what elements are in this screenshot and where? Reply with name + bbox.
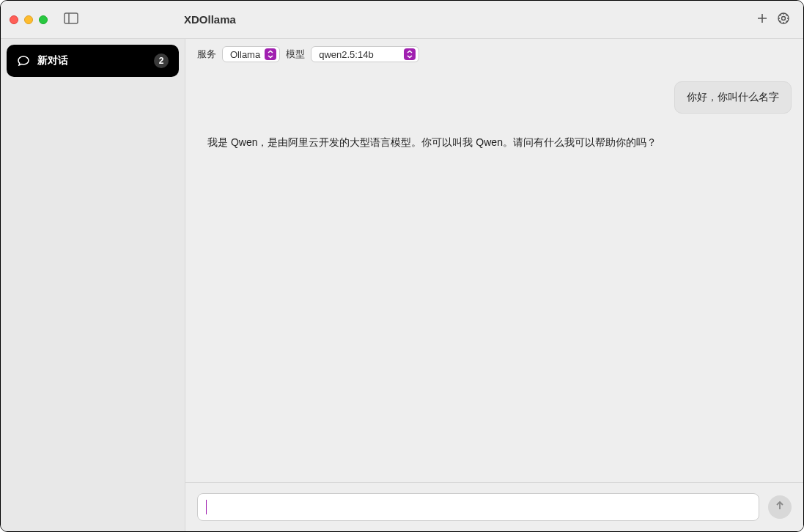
titlebar: XDOllama [1,1,803,39]
message-row-assistant: 我是 Qwen，是由阿里云开发的大型语言模型。你可以叫我 Qwen。请问有什么我… [197,134,792,150]
sidebar-chat-badge: 2 [154,53,169,68]
message-row-user: 你好，你叫什么名字 [197,81,792,114]
new-chat-button[interactable] [752,8,772,32]
minimize-window-button[interactable] [24,15,33,24]
service-label: 服务 [197,48,216,61]
message-input[interactable] [197,493,759,521]
settings-button[interactable] [772,7,794,32]
assistant-message-text: 我是 Qwen，是由阿里云开发的大型语言模型。你可以叫我 Qwen。请问有什么我… [207,134,657,150]
model-select[interactable]: qwen2.5:14b [311,46,419,62]
svg-rect-0 [64,13,78,23]
input-bar [185,482,803,531]
sidebar-chat-item[interactable]: 新对话 2 [7,45,179,77]
chat-bubble-icon [17,54,30,67]
svg-line-10 [780,15,781,15]
svg-line-12 [780,21,781,21]
main-panel: 服务 Ollama 模型 qwen2.5:14b [185,39,803,531]
input-wrap [197,493,759,521]
service-select-value: Ollama [230,49,260,60]
svg-point-4 [778,13,789,23]
svg-line-13 [786,15,787,15]
svg-point-5 [782,16,786,20]
sidebar-chat-label: 新对话 [37,54,154,67]
arrow-up-icon [774,500,786,514]
plus-icon [756,12,768,27]
model-select-value: qwen2.5:14b [319,49,399,60]
traffic-lights [10,15,48,24]
svg-line-11 [786,21,787,21]
user-message-bubble: 你好，你叫什么名字 [674,81,792,114]
maximize-window-button[interactable] [39,15,48,24]
send-button[interactable] [768,495,792,519]
app-window: XDOllama [0,0,804,532]
service-select[interactable]: Ollama [222,46,280,62]
model-toolbar: 服务 Ollama 模型 qwen2.5:14b [185,39,803,70]
chevron-updown-icon [404,48,416,60]
window-title: XDOllama [184,13,236,26]
body: 新对话 2 服务 Ollama 模型 [1,39,803,531]
close-window-button[interactable] [10,15,18,24]
sidebar: 新对话 2 [1,39,185,531]
model-label: 模型 [286,48,305,61]
gear-icon [777,12,790,28]
sidebar-icon [64,12,78,27]
chevron-updown-icon [265,48,276,60]
chat-area: 你好，你叫什么名字 我是 Qwen，是由阿里云开发的大型语言模型。你可以叫我 Q… [185,70,803,482]
toggle-sidebar-button[interactable] [61,10,81,30]
